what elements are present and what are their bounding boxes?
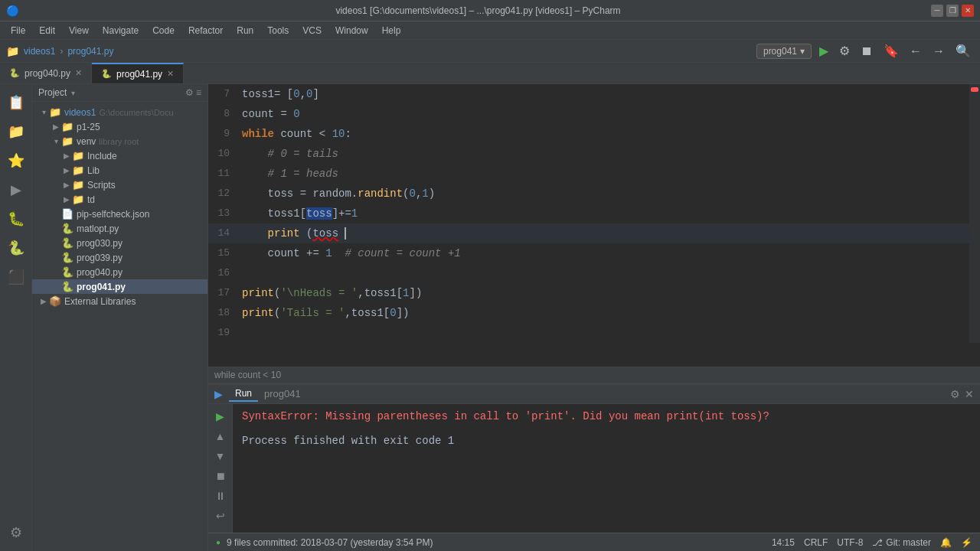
structure-icon[interactable]: 📋 xyxy=(4,90,28,115)
folder-icon-include: 📁 xyxy=(72,150,84,161)
tree-item-videos1[interactable]: ▾ 📁 videos1 G:\documents\Docu xyxy=(32,105,207,119)
run-down-button[interactable]: ▼ xyxy=(211,447,230,465)
code-line-7: 7 toss1= [0,0] xyxy=(208,84,969,104)
menu-navigate[interactable]: Navigate xyxy=(96,24,145,37)
close-button[interactable]: ✕ xyxy=(962,5,974,17)
error-text: SyntaxError: Missing parentheses in call… xyxy=(242,410,769,422)
tree-item-prog039[interactable]: ▶ 🐍 prog039.py xyxy=(32,250,207,265)
line-content-7: toss1= [0,0] xyxy=(239,84,969,104)
close-run-icon[interactable]: ✕ xyxy=(965,388,974,400)
line-num-12: 12 xyxy=(208,184,239,204)
menu-code[interactable]: Code xyxy=(146,24,181,37)
tree-item-matlopt[interactable]: ▶ 🐍 matlopt.py xyxy=(32,221,207,236)
code-line-13: 13 toss1[toss]+=1 xyxy=(208,204,969,223)
line-content-14: print (toss xyxy=(239,223,969,243)
line-content-11: # 1 = heads xyxy=(239,164,969,184)
menu-help[interactable]: Help xyxy=(376,24,407,37)
menu-refactor[interactable]: Refactor xyxy=(182,24,229,37)
line-num-8: 8 xyxy=(208,104,239,124)
tree-item-lib[interactable]: ▶ 📁 Lib xyxy=(32,163,207,178)
tree-item-p1-25[interactable]: ▶ 📁 p1-25 xyxy=(32,119,207,134)
run-icon-side[interactable]: ▶ xyxy=(4,178,28,202)
run-wrap-button[interactable]: ↩ xyxy=(211,507,230,525)
line-content-8: count = 0 xyxy=(239,104,969,124)
menu-vcs[interactable]: VCS xyxy=(296,24,328,37)
menu-bar: File Edit View Navigate Code Refactor Ru… xyxy=(0,21,980,40)
file-icon-matlopt: 🐍 xyxy=(61,223,74,234)
run-tab-run[interactable]: Run xyxy=(229,386,258,402)
tree-label-p1-25: p1-25 xyxy=(77,122,100,132)
tree-item-include[interactable]: ▶ 📁 Include xyxy=(32,148,207,163)
tree-item-external[interactable]: ▶ 📦 External Libraries xyxy=(32,294,207,308)
run-play-button[interactable]: ▶ xyxy=(211,407,230,425)
breadcrumb-file[interactable]: prog041.py xyxy=(67,46,113,57)
tab-close-prog040[interactable]: ✕ xyxy=(75,68,82,78)
terminal-icon[interactable]: ⬛ xyxy=(4,265,28,289)
left-arrow-icon[interactable]: ← xyxy=(906,43,925,60)
tree-item-prog030[interactable]: ▶ 🐍 prog030.py xyxy=(32,236,207,250)
file-icon-prog040: 🐍 xyxy=(61,266,74,278)
tree-item-td[interactable]: ▶ 📁 td xyxy=(32,192,207,207)
code-line-16: 16 xyxy=(208,263,969,283)
tree-label-prog041: prog041.py xyxy=(77,282,126,292)
settings-icon[interactable]: ⚙ xyxy=(836,42,853,60)
commit-info: 9 files committed: 2018-03-07 (yesterday… xyxy=(227,537,433,548)
tab-prog040[interactable]: 🐍 prog040.py ✕ xyxy=(0,63,92,83)
restore-button[interactable]: ❐ xyxy=(946,5,959,17)
right-arrow-icon[interactable]: → xyxy=(929,43,948,60)
tree-arrow-scripts: ▶ xyxy=(61,181,72,189)
breadcrumb-project[interactable]: videos1 xyxy=(24,46,55,57)
menu-run[interactable]: Run xyxy=(230,24,260,37)
settings-side-icon[interactable]: ⚙ xyxy=(4,520,28,545)
minimize-button[interactable]: ─ xyxy=(931,5,943,17)
tab-close-prog041[interactable]: ✕ xyxy=(167,69,174,79)
menu-window[interactable]: Window xyxy=(329,24,374,37)
debug-icon[interactable]: 🐛 xyxy=(4,207,28,231)
settings-run-icon[interactable]: ⚙ xyxy=(950,388,960,400)
code-line-9: 9 while count < 10: xyxy=(208,124,969,144)
python-console-icon[interactable]: 🐍 xyxy=(4,236,28,260)
event-log-icon[interactable]: ⚡ xyxy=(961,537,972,548)
bookmark-icon[interactable]: 🔖 xyxy=(880,42,902,60)
project-icons[interactable]: ⚙ ≡ xyxy=(185,87,201,98)
editor-scrollbar[interactable] xyxy=(969,84,980,343)
tab-label-prog041: prog041.py xyxy=(116,69,162,80)
menu-tools[interactable]: Tools xyxy=(261,24,295,37)
tree-item-scripts[interactable]: ▶ 📁 Scripts xyxy=(32,178,207,192)
tree-arrow-venv: ▾ xyxy=(51,137,61,145)
line-content-10: # 0 = tails xyxy=(239,144,969,164)
run-config-dropdown[interactable]: prog041 ▾ xyxy=(756,44,812,59)
window-title: videos1 [G:\documents\videos1] – ...\pro… xyxy=(25,5,931,16)
tab-prog041[interactable]: 🐍 prog041.py ✕ xyxy=(92,63,184,83)
tree-arrow-videos1: ▾ xyxy=(38,108,49,116)
run-stop-button[interactable]: ⏹ xyxy=(211,467,230,485)
code-editor[interactable]: 7 toss1= [0,0] 8 count = 0 9 while count… xyxy=(208,84,980,367)
tree-item-prog040[interactable]: ▶ 🐍 prog040.py xyxy=(32,265,207,279)
menu-edit[interactable]: Edit xyxy=(33,24,61,37)
menu-view[interactable]: View xyxy=(63,24,95,37)
tree-label-videos1: videos1 xyxy=(64,107,96,118)
tree-item-prog041[interactable]: ▶ 🐍 prog041.py xyxy=(32,279,207,294)
favorites-icon[interactable]: ⭐ xyxy=(4,148,28,173)
run-pause-button[interactable]: ⏸ xyxy=(211,487,230,505)
menu-file[interactable]: File xyxy=(5,24,31,37)
tree-item-pip[interactable]: ▶ 📄 pip-selfcheck.json xyxy=(32,207,207,221)
stop-icon[interactable]: ⏹ xyxy=(858,43,876,60)
folder-icon-p1-25: 📁 xyxy=(61,121,74,132)
tree-label-include: Include xyxy=(87,151,117,161)
status-right: 14:15 CRLF UTF-8 ⎇ Git: master 🔔 ⚡ xyxy=(772,537,972,548)
line-num-7: 7 xyxy=(208,84,239,104)
line-content-13: toss1[toss]+=1 xyxy=(239,204,969,223)
run-panel-config: prog041 xyxy=(264,388,301,399)
run-sidebar: ▶ ▲ ▼ ⏹ ⏸ ↩ SyntaxError: Missing parenth… xyxy=(208,404,980,533)
window-controls[interactable]: ─ ❐ ✕ xyxy=(931,5,974,17)
folder-icon-external: 📦 xyxy=(49,295,61,307)
notifications-icon[interactable]: 🔔 xyxy=(940,537,952,548)
run-up-button[interactable]: ▲ xyxy=(211,427,230,445)
status-bar: ● 9 files committed: 2018-03-07 (yesterd… xyxy=(208,533,980,551)
project-icon[interactable]: 📁 xyxy=(4,119,28,144)
tree-label-lib: Lib xyxy=(87,165,100,176)
search-icon[interactable]: 🔍 xyxy=(952,42,974,60)
tree-item-venv[interactable]: ▾ 📁 venv library root xyxy=(32,134,207,148)
run-button[interactable]: ▶ xyxy=(816,42,831,60)
